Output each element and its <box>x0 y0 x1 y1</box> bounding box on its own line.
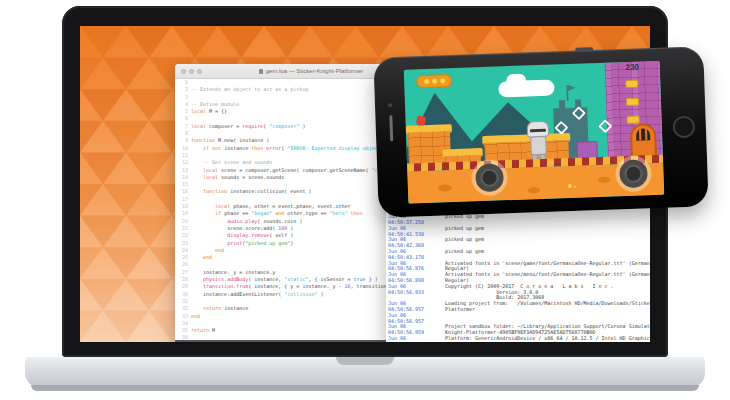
coin-icon <box>423 78 430 85</box>
score-label: 230 <box>605 62 660 73</box>
castle-door <box>630 123 657 158</box>
iphone: 230 <box>373 46 708 217</box>
earpiece-speaker-icon <box>389 115 393 141</box>
knight-character <box>524 121 553 162</box>
gold-coin <box>626 116 639 124</box>
home-button[interactable] <box>673 116 696 139</box>
red-gem <box>416 115 426 125</box>
log-row: Jun 06 04:50:56.933Copyright (C) 2009-20… <box>388 284 650 301</box>
log-row: Jun 06 04:50:42.368picked up gem <box>388 237 650 249</box>
gem-diamond-icon <box>572 106 585 119</box>
door-window <box>636 128 650 140</box>
purple-brick-tower: 230 <box>605 61 663 159</box>
coin-icon <box>439 77 446 84</box>
log-row: Jun 06 04:50:56.965Platform: GenericAndr… <box>388 336 650 342</box>
coin-counter-badge <box>416 74 452 88</box>
screenshot-stage: gem.lua — Sticker-Knight-Platformer 12--… <box>0 0 730 400</box>
document-icon <box>259 69 263 74</box>
macbook-base <box>25 357 705 387</box>
gold-coin <box>625 80 638 88</box>
purple-block <box>576 141 598 159</box>
gold-coin <box>626 98 639 106</box>
game-screen[interactable]: 230 <box>404 61 665 204</box>
cloud <box>498 80 555 98</box>
gem-diamond-icon <box>599 120 612 133</box>
log-row: Jun 06 04:50:41.538picked up gem <box>388 226 650 238</box>
macbook-lid-notch <box>336 357 394 365</box>
coin-icon <box>431 78 438 85</box>
log-row: Jun 06 04:50:56.957Loading project from:… <box>388 301 650 313</box>
gem-diamond-icon <box>555 121 568 134</box>
log-row: Jun 06 04:50:43.178picked up gem <box>388 249 650 261</box>
phone-body: 230 <box>373 46 708 217</box>
front-camera-icon <box>388 103 392 107</box>
log-row: Jun 06 04:50:56.898Activated fonts in 's… <box>388 272 650 284</box>
